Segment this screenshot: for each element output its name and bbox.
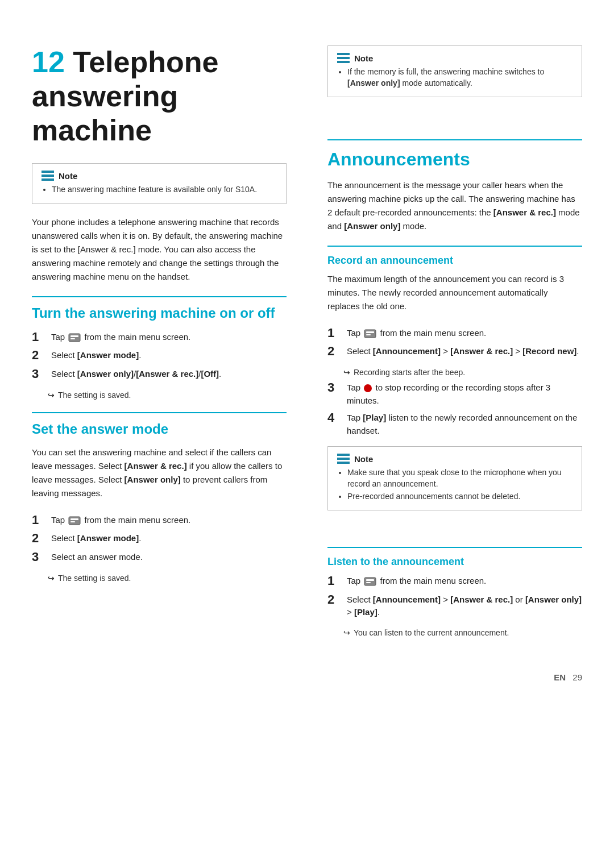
svg-rect-19 [366, 579, 374, 581]
svg-rect-11 [337, 61, 350, 63]
record-note-item-2: Pre-recorded announcements cannot be del… [347, 491, 572, 502]
record-note-label: Note [354, 454, 373, 464]
record-note-item-1: Make sure that you speak close to the mi… [347, 467, 572, 489]
turn-on-off-title: Turn the answering machine on or off [32, 305, 287, 322]
svg-rect-9 [337, 53, 350, 55]
announcements-intro: The announcement is the message your cal… [327, 178, 582, 233]
divider-listen [327, 547, 582, 548]
record-step-1: 1 Tap from the main menu screen. [327, 326, 582, 340]
set-step-3: 3 Select an answer mode. [32, 550, 287, 564]
record-intro: The maximum length of the announcement y… [327, 272, 582, 313]
svg-rect-4 [70, 335, 78, 337]
listen-step-2: 2 Select [Announcement] > [Answer & rec.… [327, 592, 582, 619]
svg-rect-3 [69, 334, 80, 342]
record-title: Record an announcement [327, 255, 582, 267]
record-step-3: 3 Tap to stop recording or the recording… [327, 380, 582, 407]
phone-icon-listen1 [364, 577, 376, 586]
turn-step-1: 1 Tap from the main menu screen. [32, 330, 287, 344]
svg-rect-8 [70, 521, 75, 522]
listen-title: Listen to the announcement [327, 556, 582, 568]
set-answer-mode-title: Set the answer mode [32, 421, 287, 438]
turn-step-2: 2 Select [Answer mode]. [32, 348, 287, 363]
right-note-list: If the memory is full, the answering mac… [337, 67, 572, 89]
right-note-icon [337, 53, 350, 63]
svg-rect-2 [42, 178, 54, 181]
svg-rect-17 [337, 462, 350, 464]
record-steps-cont: 3 Tap to stop recording or the recording… [327, 380, 582, 437]
record-step-2: 2 Select [Announcement] > [Answer & rec.… [327, 344, 582, 359]
listen-step-1: 1 Tap from the main menu screen. [327, 574, 582, 588]
set-result: ↪ The setting is saved. [48, 574, 287, 583]
svg-rect-5 [70, 338, 75, 339]
right-note-box: Note If the memory is full, the answerin… [327, 45, 582, 97]
chapter-title: 12 Telephone answering machine [32, 45, 287, 147]
turn-result: ↪ The setting is saved. [48, 391, 287, 400]
set-answer-steps: 1 Tap from the main menu screen. 2 Selec… [32, 513, 287, 564]
record-note-box: Note Make sure that you speak close to t… [327, 446, 582, 510]
listen-step-2-result: ↪ You can listen to the current announce… [343, 628, 582, 637]
turn-step-3: 3 Select [Answer only]/[Answer & rec.]/[… [32, 367, 287, 381]
right-note-header: Note [337, 53, 572, 63]
lang-label: EN [554, 672, 566, 682]
listen-steps: 1 Tap from the main menu screen. 2 Selec… [327, 574, 582, 618]
set-step-2: 2 Select [Answer mode]. [32, 531, 287, 546]
svg-rect-20 [366, 582, 371, 583]
announcements-title: Announcements [327, 148, 582, 170]
svg-rect-18 [364, 578, 376, 585]
set-step-1: 1 Tap from the main menu screen. [32, 513, 287, 528]
chapter-number: 12 [32, 45, 65, 78]
svg-rect-14 [366, 334, 371, 335]
left-note-list: The answering machine feature is availab… [42, 184, 277, 196]
right-note-label: Note [354, 53, 373, 63]
divider-turn [32, 296, 287, 297]
note-icon [42, 171, 54, 181]
page-footer: EN 29 [0, 662, 614, 682]
stop-icon [364, 384, 372, 392]
svg-rect-7 [70, 518, 78, 520]
svg-rect-15 [337, 454, 350, 456]
right-note-item-1: If the memory is full, the answering mac… [347, 67, 572, 89]
record-note-header: Note [337, 454, 572, 464]
svg-rect-1 [42, 175, 54, 177]
divider-announcements [327, 139, 582, 140]
svg-rect-6 [69, 517, 80, 525]
svg-rect-12 [364, 330, 376, 338]
record-note-icon [337, 454, 350, 464]
svg-rect-16 [337, 458, 350, 460]
svg-rect-0 [42, 171, 54, 173]
divider-answer [32, 412, 287, 413]
phone-icon-step1 [68, 333, 81, 342]
record-step-2-result: ↪ Recording starts after the beep. [343, 368, 582, 377]
record-note-list: Make sure that you speak close to the mi… [337, 467, 572, 502]
record-steps: 1 Tap from the main menu screen. 2 Selec… [327, 326, 582, 359]
left-note-label: Note [59, 171, 77, 181]
left-note-box: Note The answering machine feature is av… [32, 163, 287, 204]
phone-icon-rec1 [364, 329, 376, 338]
note-header: Note [42, 171, 277, 181]
left-note-item-1: The answering machine feature is availab… [52, 184, 277, 196]
set-answer-intro: You can set the answering machine and se… [32, 446, 287, 500]
divider-record [327, 246, 582, 247]
phone-icon-set1 [68, 516, 81, 525]
turn-on-off-steps: 1 Tap from the main menu screen. 2 Selec… [32, 330, 287, 381]
page-number: 29 [572, 672, 582, 682]
svg-rect-10 [337, 57, 350, 59]
record-step-4: 4 Tap [Play] listen to the newly recorde… [327, 410, 582, 437]
svg-rect-13 [366, 331, 374, 333]
intro-text: Your phone includes a telephone answerin… [32, 215, 287, 284]
